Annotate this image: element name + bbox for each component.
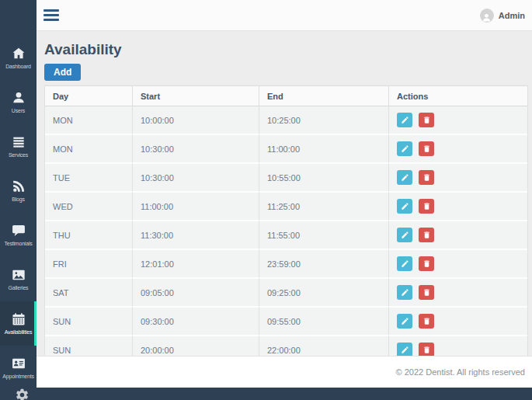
actions-cell xyxy=(389,134,527,162)
sidebar-item-galleries[interactable]: Galleries xyxy=(0,257,37,301)
start-cell: 20:00:00 xyxy=(133,335,259,356)
sidebar-item-label: Testimonials xyxy=(4,241,32,246)
trash-icon xyxy=(422,173,431,182)
pencil-icon xyxy=(401,231,409,239)
day-cell: SAT xyxy=(45,277,133,306)
start-cell: 12:01:00 xyxy=(133,249,259,277)
delete-button[interactable] xyxy=(419,343,434,356)
delete-button[interactable] xyxy=(419,199,434,214)
edit-button[interactable] xyxy=(397,285,412,300)
list-icon xyxy=(11,134,26,150)
edit-button[interactable] xyxy=(397,343,412,356)
edit-button[interactable] xyxy=(397,256,412,271)
delete-button[interactable] xyxy=(419,256,434,271)
start-cell: 10:30:00 xyxy=(133,162,259,191)
table-row: MON 10:00:00 10:25:00 xyxy=(45,106,527,134)
delete-button[interactable] xyxy=(419,170,434,185)
edit-button[interactable] xyxy=(397,228,412,242)
sidebar-item-blogs[interactable]: Blogs xyxy=(0,169,37,213)
table-row: WED 11:00:00 11:25:00 xyxy=(45,191,527,220)
sidebar-item-label: Services xyxy=(9,152,28,158)
edit-button[interactable] xyxy=(397,113,412,127)
sidebar-item-label: Galleries xyxy=(9,285,29,290)
edit-button[interactable] xyxy=(397,314,412,329)
start-cell: 11:30:00 xyxy=(133,220,259,249)
pencil-icon xyxy=(401,288,409,297)
sidebar-item-label: Users xyxy=(12,108,25,113)
table-row: TUE 10:30:00 10:55:00 xyxy=(45,162,527,191)
start-cell: 10:30:00 xyxy=(133,134,259,162)
gear-icon xyxy=(15,388,30,400)
add-button[interactable]: Add xyxy=(44,64,81,81)
sidebar-item-label: Availabilities xyxy=(5,329,33,335)
sidebar-item-label: Dashboard xyxy=(5,64,30,69)
actions-cell xyxy=(389,277,527,306)
sidebar-item-services[interactable]: Services xyxy=(0,124,37,169)
hamburger-menu-icon[interactable] xyxy=(43,9,59,20)
table-row: SUN 20:00:00 22:00:00 xyxy=(45,335,527,356)
sidebar-item-appointments[interactable]: Appointments xyxy=(0,346,37,390)
pencil-icon xyxy=(401,202,409,210)
user-icon xyxy=(11,90,26,106)
sidebar-item-dashboard[interactable]: Dashboard xyxy=(0,36,37,80)
sidebar-item-label: Blogs xyxy=(12,197,25,202)
trash-icon xyxy=(422,144,431,153)
actions-cell xyxy=(389,191,527,220)
day-cell: MON xyxy=(45,106,133,134)
edit-button[interactable] xyxy=(397,170,412,185)
table-row: FRI 12:01:00 23:59:00 xyxy=(45,249,527,277)
actions-cell xyxy=(389,335,527,356)
start-cell: 09:30:00 xyxy=(133,306,259,335)
sidebar: Dashboard Users Services Blogs Testimoni… xyxy=(0,0,37,400)
trash-icon xyxy=(422,288,431,297)
day-cell: THU xyxy=(45,220,133,249)
table-header-row: Day Start End Actions xyxy=(45,86,527,106)
start-cell: 11:00:00 xyxy=(133,191,259,220)
delete-button[interactable] xyxy=(419,141,434,156)
trash-icon xyxy=(422,317,431,325)
edit-button[interactable] xyxy=(397,141,412,156)
sidebar-item-testimonials[interactable]: Testimonials xyxy=(0,213,37,257)
actions-cell xyxy=(389,220,527,249)
calendar-icon xyxy=(11,311,26,327)
end-cell: 10:25:00 xyxy=(259,106,389,134)
delete-button[interactable] xyxy=(419,228,434,242)
rss-icon xyxy=(11,179,26,194)
day-cell: TUE xyxy=(45,162,133,191)
user-menu[interactable]: Admin xyxy=(480,9,525,23)
column-header-end: End xyxy=(259,86,389,106)
start-cell: 10:00:00 xyxy=(133,106,259,134)
end-cell: 10:55:00 xyxy=(259,162,389,191)
pencil-icon xyxy=(401,346,409,354)
pencil-icon xyxy=(401,317,409,325)
page-title: Availability xyxy=(44,41,532,58)
chat-icon xyxy=(11,223,26,238)
table-row: SAT 09:05:00 09:25:00 xyxy=(45,277,527,306)
table-row: MON 10:30:00 11:00:00 xyxy=(45,134,527,162)
pencil-icon xyxy=(401,144,409,153)
person-icon xyxy=(482,12,492,23)
trash-icon xyxy=(422,202,431,210)
day-cell: MON xyxy=(45,134,133,162)
delete-button[interactable] xyxy=(419,113,434,127)
end-cell: 11:55:00 xyxy=(259,220,389,249)
avatar xyxy=(480,9,494,23)
actions-cell xyxy=(389,306,527,335)
trash-icon xyxy=(422,231,431,239)
sidebar-item-users[interactable]: Users xyxy=(0,80,37,124)
end-cell: 11:25:00 xyxy=(259,191,389,220)
table-row: THU 11:30:00 11:55:00 xyxy=(45,220,527,249)
edit-button[interactable] xyxy=(397,199,412,214)
end-cell: 09:55:00 xyxy=(259,306,389,335)
delete-button[interactable] xyxy=(419,314,434,329)
sidebar-item-settings[interactable] xyxy=(0,388,37,400)
column-header-start: Start xyxy=(133,86,259,106)
app-content: Admin Availability Add Day Start End Act… xyxy=(37,0,532,388)
pencil-icon xyxy=(401,116,409,124)
main-content: Availability Add Day Start End Actions M… xyxy=(37,31,532,356)
sidebar-item-availabilities[interactable]: Availabilities xyxy=(0,301,37,346)
delete-button[interactable] xyxy=(419,285,434,300)
sidebar-nav: Dashboard Users Services Blogs Testimoni… xyxy=(0,0,37,390)
trash-icon xyxy=(422,116,431,124)
column-header-actions: Actions xyxy=(389,86,527,106)
